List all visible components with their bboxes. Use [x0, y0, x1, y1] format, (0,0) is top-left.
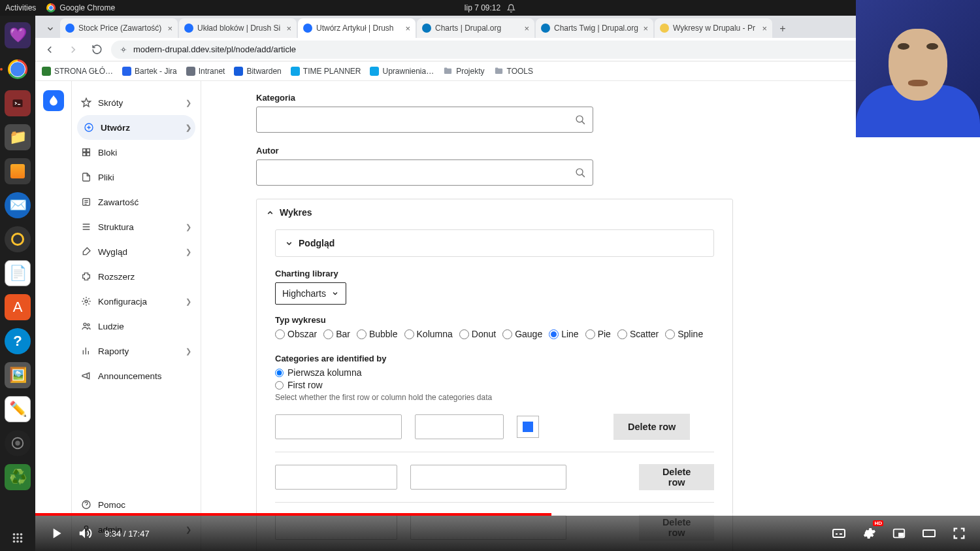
site-info-icon[interactable] — [119, 45, 128, 54]
close-tab-icon[interactable]: × — [167, 24, 172, 33]
chart-type-option-scatter[interactable]: Scatter — [617, 329, 659, 339]
close-tab-icon[interactable]: × — [762, 24, 767, 33]
chart-type-option-donut[interactable]: Donut — [459, 329, 496, 339]
categories-option[interactable]: First row — [275, 380, 714, 390]
bookmark-item[interactable]: Uprawnienia… — [370, 67, 434, 76]
chart-type-option-spline[interactable]: Spline — [665, 329, 703, 339]
wykres-summary[interactable]: Wykres — [257, 199, 732, 225]
radio-input[interactable] — [275, 369, 284, 377]
bookmark-item[interactable]: TIME PLANNER — [291, 67, 361, 76]
sidebar-item-rozszerz[interactable]: Rozszerz — [72, 264, 201, 289]
sidebar-item-pliki[interactable]: Pliki — [72, 165, 201, 190]
radio-input[interactable] — [549, 329, 559, 339]
settings-button[interactable]: HD — [860, 524, 878, 543]
dock-terminal[interactable] — [5, 90, 31, 116]
radio-input[interactable] — [665, 329, 675, 339]
close-tab-icon[interactable]: × — [286, 24, 291, 33]
back-button[interactable] — [41, 41, 59, 59]
data-cell-2a[interactable] — [275, 465, 397, 490]
podglad-summary[interactable]: Podgląd — [276, 230, 713, 256]
dock-gedit[interactable]: ✏️ — [5, 396, 31, 422]
dock-screenshot[interactable]: 🖼️ — [5, 362, 31, 388]
data-cell-1a[interactable] — [275, 414, 402, 439]
autor-input[interactable] — [263, 167, 575, 178]
bookmark-item[interactable]: Projekty — [443, 66, 484, 76]
sidebar-item-zawartość[interactable]: Zawartość — [72, 190, 201, 214]
chart-type-option-kolumna[interactable]: Kolumna — [404, 329, 453, 339]
delete-row-button-1[interactable]: Delete row — [613, 414, 690, 440]
sidebar-item-ludzie[interactable]: Ludzie — [72, 314, 201, 339]
dock-libreoffice[interactable]: 📄 — [5, 260, 31, 286]
categories-option[interactable]: Pierwsza kolumna — [275, 367, 714, 378]
browser-tab[interactable]: Układ bloków | Drush Si× — [179, 18, 297, 38]
radio-input[interactable] — [617, 329, 627, 339]
sidebar-item-announcements[interactable]: Announcements — [72, 363, 201, 388]
radio-input[interactable] — [404, 329, 414, 339]
close-tab-icon[interactable]: × — [643, 24, 648, 33]
dock-thunderbird[interactable]: ✉️ — [5, 192, 31, 218]
browser-tab[interactable]: Stock Price (Zawartość)× — [60, 18, 178, 38]
chart-type-option-bubble[interactable]: Bubble — [357, 329, 398, 339]
sidebar-item-wygląd[interactable]: Wygląd❯ — [72, 239, 201, 264]
fullscreen-button[interactable] — [950, 524, 968, 543]
notification-icon[interactable] — [507, 4, 515, 12]
chart-type-option-obszar[interactable]: Obszar — [275, 329, 317, 339]
radio-input[interactable] — [585, 329, 595, 339]
reload-button[interactable] — [88, 41, 106, 59]
kategoria-input[interactable] — [263, 114, 575, 125]
bookmark-item[interactable]: Bartek - Jira — [122, 67, 177, 76]
dock-help[interactable]: ? — [5, 328, 31, 354]
delete-row-button-2[interactable]: Delete row — [639, 464, 714, 490]
sidebar-item-bloki[interactable]: Bloki — [72, 140, 201, 165]
browser-tab[interactable]: Utwórz Artykuł | Drush× — [298, 18, 416, 38]
bookmark-item[interactable]: STRONA GŁÓ… — [42, 67, 113, 76]
color-picker-1[interactable] — [517, 416, 539, 438]
chart-type-option-gauge[interactable]: Gauge — [502, 329, 542, 339]
chart-type-option-pie[interactable]: Pie — [585, 329, 611, 339]
sidebar-item-utwórz[interactable]: Utwórz❯ — [77, 115, 195, 140]
data-cell-2b[interactable] — [410, 465, 566, 490]
radio-input[interactable] — [459, 329, 469, 339]
new-tab-button[interactable]: + — [774, 20, 792, 38]
subtitles-button[interactable] — [830, 524, 848, 543]
sidebar-item-konfiguracja[interactable]: Konfiguracja❯ — [72, 289, 201, 314]
browser-tab[interactable]: Charts Twig | Drupal.org× — [536, 18, 653, 38]
radio-input[interactable] — [323, 329, 333, 339]
volume-button[interactable] — [76, 524, 94, 543]
sidebar-item-struktura[interactable]: Struktura❯ — [72, 214, 201, 239]
sidebar-item-skróty[interactable]: Skróty❯ — [72, 90, 201, 115]
close-tab-icon[interactable]: × — [405, 24, 410, 33]
tab-history-dropdown[interactable] — [41, 20, 60, 38]
data-cell-1b[interactable] — [415, 414, 504, 439]
dock-amethyst[interactable]: 💜 — [5, 22, 31, 48]
chart-type-option-bar[interactable]: Bar — [323, 329, 350, 339]
radio-input[interactable] — [275, 329, 285, 339]
activities-button[interactable]: Activities — [5, 3, 36, 12]
play-button[interactable] — [47, 524, 65, 543]
dock-app-orange[interactable]: A — [5, 294, 31, 320]
charting-library-select[interactable]: Highcharts — [275, 282, 346, 305]
drupal-logo[interactable] — [43, 90, 64, 111]
forward-button[interactable] — [64, 41, 82, 59]
address-bar[interactable]: modern-drupal.ddev.site/pl/node/add/arti… — [111, 41, 881, 59]
dock-show-apps[interactable] — [5, 525, 31, 551]
sidebar-item-raporty[interactable]: Raporty❯ — [72, 339, 201, 363]
dock-obs[interactable] — [5, 430, 31, 456]
dock-chrome[interactable] — [5, 56, 31, 82]
radio-input[interactable] — [275, 381, 284, 390]
browser-tab[interactable]: Charts | Drupal.org× — [417, 18, 534, 38]
radio-input[interactable] — [357, 329, 367, 339]
chart-type-option-line[interactable]: Line — [549, 329, 578, 339]
dock-sublime[interactable] — [5, 158, 31, 184]
miniplayer-button[interactable] — [890, 524, 908, 543]
browser-tab[interactable]: Wykresy w Drupalu - Pr× — [655, 18, 772, 38]
clock[interactable]: lip 7 09:12 — [465, 3, 500, 12]
radio-input[interactable] — [502, 329, 512, 339]
close-tab-icon[interactable]: × — [524, 24, 529, 33]
dock-recycle[interactable]: ♻️ — [5, 464, 31, 490]
bookmark-item[interactable]: Bitwarden — [234, 67, 281, 76]
bookmark-item[interactable]: TOOLS — [494, 66, 533, 76]
theater-button[interactable] — [920, 524, 938, 543]
dock-files[interactable]: 📁 — [5, 124, 31, 150]
dock-rhythmbox[interactable] — [5, 226, 31, 252]
